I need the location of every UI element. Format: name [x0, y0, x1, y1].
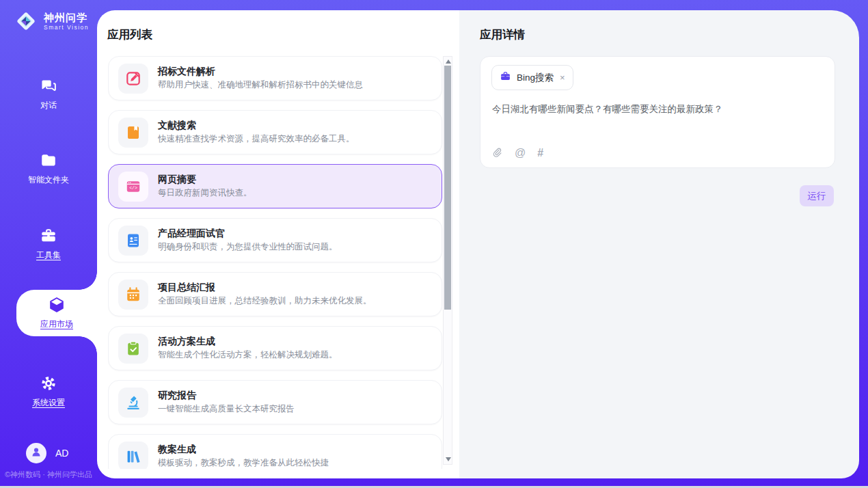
user-initials: AD [55, 448, 68, 459]
app-frame: 神州问学 Smart Vision 对话 智能文件夹 工具集 应用市场 系统设置… [0, 0, 868, 486]
app-card-title: 文献搜索 [158, 120, 355, 131]
app-card-texts: 项目总结汇报 全面回顾项目进展，总结经验教训，助力未来优化发展。 [158, 282, 372, 308]
browser-code-icon: </> [118, 172, 148, 202]
app-card-title: 项目总结汇报 [158, 282, 372, 293]
microscope-icon [118, 388, 148, 418]
app-card[interactable]: 文献搜索 快速精准查找学术资源，提高研究效率的必备工具。 [108, 110, 442, 154]
app-detail-panel: 应用详情 Bing搜索 × 今日湖北有哪些新闻要点？有哪些需要关注的最新政策？ … [459, 10, 859, 478]
app-card-description: 每日政府新闻资讯快查。 [158, 187, 252, 199]
gear-icon [40, 375, 57, 392]
app-card-description: 全面回顾项目进展，总结经验教训，助力未来优化发展。 [158, 295, 372, 307]
svg-text:</>: </> [129, 186, 137, 191]
scroll-up-icon[interactable] [446, 59, 451, 64]
calendar-icon [118, 280, 148, 310]
tool-tag-bing[interactable]: Bing搜索 × [491, 65, 573, 90]
app-card-description: 帮助用户快速、准确地理解和解析招标书中的关键信息 [158, 79, 363, 91]
app-card-title: 招标文件解析 [158, 66, 363, 77]
app-card-texts: 文献搜索 快速精准查找学术资源，提高研究效率的必备工具。 [158, 120, 355, 146]
app-card[interactable]: 活动方案生成 智能生成个性化活动方案，轻松解决规划难题。 [108, 326, 442, 370]
tool-tag-label: Bing搜索 [517, 72, 554, 84]
app-card-description: 一键智能生成高质量长文本研究报告 [158, 403, 295, 415]
app-card-description: 明确身份和职责，为您提供专业性的面试问题。 [158, 241, 338, 253]
app-card-title: 活动方案生成 [158, 336, 338, 347]
scrollbar[interactable] [443, 56, 452, 465]
app-card-texts: 产品经理面试官 明确身份和职责，为您提供专业性的面试问题。 [158, 228, 338, 254]
avatar[interactable] [26, 443, 46, 463]
sidebar-item-smart-folder[interactable]: 智能文件夹 [0, 148, 97, 189]
app-card-description: 模板驱动，教案秒成，教学准备从此轻松快捷 [158, 457, 329, 469]
app-card-texts: 研究报告 一键智能生成高质量长文本研究报告 [158, 390, 295, 416]
query-input[interactable]: 今日湖北有哪些新闻要点？有哪些需要关注的最新政策？ [492, 103, 824, 116]
briefcase-icon [500, 70, 511, 85]
sidebar-item-label: 系统设置 [32, 397, 65, 409]
book-icon [118, 118, 148, 148]
app-card[interactable]: 教案生成 模板驱动，教案秒成，教学准备从此轻松快捷 [108, 434, 442, 469]
app-card-texts: 网页摘要 每日政府新闻资讯快查。 [158, 174, 252, 200]
hash-icon[interactable]: # [537, 148, 543, 159]
resume-icon [118, 226, 148, 256]
brand-text: 神州问学 Smart Vision [44, 12, 89, 30]
app-card-texts: 活动方案生成 智能生成个性化活动方案，轻松解决规划难题。 [158, 336, 338, 362]
app-card[interactable]: </> 网页摘要 每日政府新闻资讯快查。 [108, 164, 442, 208]
app-card-title: 产品经理面试官 [158, 228, 338, 239]
app-card[interactable]: 研究报告 一键智能生成高质量长文本研究报告 [108, 380, 442, 424]
sidebar-item-settings[interactable]: 系统设置 [0, 371, 97, 412]
app-card[interactable]: 产品经理面试官 明确身份和职责，为您提供专业性的面试问题。 [108, 218, 442, 262]
brand-logo-icon [14, 9, 38, 33]
app-card-title: 网页摘要 [158, 174, 252, 185]
sidebar-item-label: 工具集 [36, 249, 61, 261]
brand-subtitle: Smart Vision [44, 24, 89, 31]
app-card[interactable]: 招标文件解析 帮助用户快速、准确地理解和解析招标书中的关键信息 [108, 56, 442, 100]
sidebar-item-chat[interactable]: 对话 [0, 74, 97, 115]
app-card[interactable]: 项目总结汇报 全面回顾项目进展，总结经验教训，助力未来优化发展。 [108, 272, 442, 316]
app-list-title: 应用列表 [107, 27, 152, 42]
cube-icon [48, 296, 66, 314]
app-card-list: 招标文件解析 帮助用户快速、准确地理解和解析招标书中的关键信息 文献搜索 快速精… [108, 56, 442, 469]
app-card-texts: 教案生成 模板驱动，教案秒成，教学准备从此轻松快捷 [158, 444, 329, 469]
app-card-title: 研究报告 [158, 390, 295, 401]
app-card-description: 智能生成个性化活动方案，轻松解决规划难题。 [158, 349, 338, 361]
sidebar: 神州问学 Smart Vision 对话 智能文件夹 工具集 应用市场 系统设置… [0, 0, 97, 486]
user-icon [30, 446, 42, 461]
app-card-title: 教案生成 [158, 444, 329, 455]
toolbox-icon [40, 227, 57, 245]
folder-icon [40, 152, 57, 170]
input-toolbar: @# [491, 147, 543, 159]
app-card-description: 快速精准查找学术资源，提高研究效率的必备工具。 [158, 133, 355, 145]
at-icon[interactable]: @ [515, 148, 526, 159]
sidebar-item-toolset[interactable]: 工具集 [0, 223, 97, 265]
tag-close-icon[interactable]: × [560, 73, 565, 82]
books-icon [118, 442, 148, 470]
pen-square-icon [118, 64, 148, 94]
app-list-panel: 应用列表 招标文件解析 帮助用户快速、准确地理解和解析招标书中的关键信息 文献搜… [97, 10, 459, 478]
app-card-texts: 招标文件解析 帮助用户快速、准确地理解和解析招标书中的关键信息 [158, 66, 363, 92]
scrollbar-thumb[interactable] [444, 66, 451, 310]
scroll-down-icon[interactable] [446, 457, 451, 461]
sidebar-item-app-market[interactable]: 应用市场 [16, 290, 97, 336]
user-row[interactable]: AD [26, 443, 68, 463]
brand-name: 神州问学 [44, 12, 89, 23]
sidebar-item-label: 智能文件夹 [28, 174, 69, 186]
main-content: 应用列表 招标文件解析 帮助用户快速、准确地理解和解析招标书中的关键信息 文献搜… [97, 10, 859, 478]
clipboard-check-icon [118, 334, 148, 364]
app-detail-title: 应用详情 [480, 27, 525, 42]
query-card: Bing搜索 × 今日湖北有哪些新闻要点？有哪些需要关注的最新政策？ @# [480, 56, 835, 168]
paperclip-icon[interactable] [491, 147, 503, 159]
run-button[interactable]: 运行 [800, 185, 834, 206]
sidebar-item-label: 应用市场 [40, 318, 73, 330]
copyright-footer: ©神州数码 · 神州问学出品 [5, 470, 92, 480]
chat-icon [40, 77, 57, 95]
sidebar-item-label: 对话 [40, 100, 57, 111]
brand: 神州问学 Smart Vision [14, 9, 89, 33]
